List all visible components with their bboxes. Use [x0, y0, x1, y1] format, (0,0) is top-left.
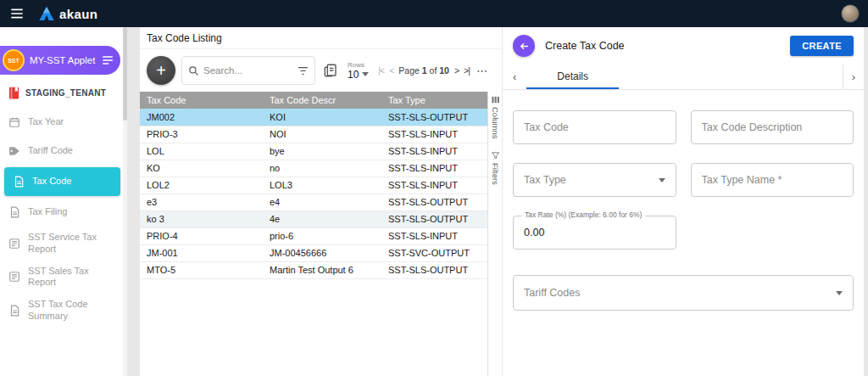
sidebar-item-tax-year[interactable]: Tax Year	[0, 108, 127, 137]
create-button[interactable]: CREATE	[790, 36, 854, 56]
tax-rate-label: Tax Rate (%) (Example: 6.00 for 6%)	[521, 210, 645, 219]
table-cell: SST-SLS-OUTPUT	[381, 194, 487, 210]
column-header-tax-type[interactable]: Tax Type	[381, 92, 487, 109]
table-row[interactable]: JM002KOISST-SLS-OUTPUT	[140, 109, 487, 126]
document-icon	[8, 206, 20, 218]
table-cell: SST-SLS-INPUT	[381, 143, 487, 160]
akaun-logo[interactable]: akaun	[39, 7, 97, 21]
tax-rate-field-wrap: Tax Rate (%) (Example: 6.00 for 6%)	[513, 216, 676, 250]
top-bar: akaun	[0, 0, 868, 27]
tabs-scroll-right-icon[interactable]: ›	[843, 65, 864, 89]
document-icon	[8, 305, 20, 317]
last-page-button[interactable]: >|	[464, 65, 470, 76]
tenant-book-icon	[8, 87, 19, 99]
table-cell: SST-SLS-OUTPUT	[381, 210, 487, 227]
search-box[interactable]	[181, 56, 315, 85]
table-row[interactable]: e3e4SST-SLS-OUTPUT	[140, 194, 487, 210]
table-cell: JM002	[140, 109, 263, 126]
table-header-row: Tax Code Tax Code Descr Tax Type	[140, 92, 487, 109]
sidebar-item-sst-sales-tax-report[interactable]: SST Sales Tax Report	[0, 261, 127, 295]
document-icon	[13, 176, 25, 188]
sidebar-item-label: SST Sales Tax Report	[28, 266, 119, 289]
duplicate-pages-icon[interactable]	[321, 61, 340, 80]
columns-tab[interactable]: Columns	[491, 95, 500, 139]
column-header-tax-code[interactable]: Tax Code	[140, 92, 263, 109]
table-cell: Martin Test Output 6	[263, 261, 381, 278]
tax-code-input[interactable]	[524, 121, 665, 133]
tab-details[interactable]: Details	[526, 65, 619, 89]
tenant-label: STAGING_TENANT	[25, 88, 106, 98]
table-cell: KOI	[263, 109, 381, 126]
tax-code-description-field-wrap	[691, 110, 854, 144]
sidebar-item-tariff-code[interactable]: Tariff Code	[0, 137, 127, 166]
panel-gap	[127, 27, 140, 376]
table-cell: SST-SLS-OUTPUT	[381, 109, 487, 126]
akaun-logo-icon	[39, 7, 54, 20]
hamburger-menu-icon[interactable]	[8, 5, 25, 22]
tax-rate-input[interactable]	[524, 227, 665, 239]
table-cell: SST-SLS-INPUT	[381, 126, 487, 143]
table-cell: ko 3	[140, 210, 263, 227]
listing-toolbar: + Rows 10 |< < Page	[140, 49, 502, 92]
create-tax-code-form: Tax Type Tax Rate (%) (Example: 6.00 for…	[503, 90, 864, 311]
pagination: |< < Page 1 of 10 > >| ⋯	[378, 65, 488, 77]
table-cell: NOI	[263, 126, 381, 143]
applet-button[interactable]: SST MY-SST Applet	[0, 46, 120, 75]
next-page-button[interactable]: >	[454, 65, 459, 76]
sidebar-item-tax-filing[interactable]: Tax Filing	[0, 198, 127, 227]
search-input[interactable]	[203, 65, 293, 76]
sst-badge-icon: SST	[3, 49, 25, 71]
rows-label: Rows	[348, 61, 369, 69]
back-button[interactable]	[513, 35, 535, 57]
table-row[interactable]: LOLbyeSST-SLS-INPUT	[140, 143, 487, 160]
table-row[interactable]: LOL2LOL3SST-SLS-INPUT	[140, 177, 487, 194]
tax-type-placeholder: Tax Type	[524, 174, 566, 186]
rows-per-page-select[interactable]: Rows 10	[348, 61, 369, 81]
filters-tab[interactable]: Filters	[491, 151, 500, 185]
detail-header: Create Tax Code CREATE	[503, 27, 864, 65]
sidebar-item-sst-service-tax-report[interactable]: SST Service Tax Report	[0, 227, 127, 261]
prev-page-button[interactable]: <	[389, 65, 393, 76]
tabs-scroll-left-icon[interactable]: ‹	[503, 65, 526, 89]
table-row[interactable]: MTO-5Martin Test Output 6SST-SLS-OUTPUT	[140, 261, 487, 278]
more-options-icon[interactable]: ⋯	[476, 65, 488, 77]
table-body: JM002KOISST-SLS-OUTPUTPRIO-3NOISST-SLS-I…	[140, 109, 487, 278]
table-side-strip: Columns Filters	[487, 92, 502, 376]
table-row[interactable]: JM-001JM-00456666SST-SVC-OUTPUT	[140, 244, 487, 261]
applet-menu-icon[interactable]	[102, 55, 114, 65]
table-row[interactable]: KOnoSST-SLS-INPUT	[140, 160, 487, 177]
tax-code-description-input[interactable]	[702, 121, 843, 133]
tenant-selector[interactable]: STAGING_TENANT	[0, 75, 127, 108]
columns-tab-label: Columns	[491, 107, 500, 139]
user-avatar[interactable]	[841, 4, 860, 23]
tax-code-field-wrap	[513, 110, 676, 144]
sidebar-scrollbar[interactable]	[123, 27, 127, 376]
table-wrap: Tax Code Tax Code Descr Tax Type JM002KO…	[140, 92, 502, 376]
listing-panel: Tax Code Listing + Rows 10 |< <	[140, 27, 502, 376]
column-header-tax-code-descr[interactable]: Tax Code Descr	[263, 92, 381, 109]
filter-icon[interactable]	[298, 66, 309, 76]
tax-type-select[interactable]: Tax Type	[513, 163, 676, 197]
columns-icon	[491, 95, 500, 104]
add-record-button[interactable]: +	[147, 56, 175, 85]
tax-type-name-input[interactable]	[702, 174, 843, 186]
sidebar-item-label: Tax Filing	[28, 206, 67, 218]
tag-icon	[8, 145, 20, 157]
table-row[interactable]: ko 34eSST-SLS-OUTPUT	[140, 210, 487, 227]
logo-text: akaun	[59, 7, 97, 21]
listing-title: Tax Code Listing	[140, 27, 502, 49]
first-page-button[interactable]: |<	[378, 65, 384, 76]
table-cell: JM-00456666	[263, 244, 381, 261]
detail-panel: Create Tax Code CREATE ‹ Details › Tax T…	[503, 27, 864, 376]
sidebar-item-sst-tax-code-summary[interactable]: SST Tax Code Summary	[0, 294, 127, 328]
applet-label: MY-SST Applet	[30, 55, 95, 65]
rows-value: 10	[348, 69, 359, 81]
sidebar-item-label: Tariff Code	[28, 145, 73, 157]
tariff-codes-select[interactable]: Tariff Codes	[513, 275, 854, 311]
table-cell: KO	[140, 160, 263, 177]
table-row[interactable]: PRIO-4prio-6SST-SLS-INPUT	[140, 227, 487, 244]
chevron-down-icon	[659, 178, 665, 182]
table-row[interactable]: PRIO-3NOISST-SLS-INPUT	[140, 126, 487, 143]
sidebar-item-tax-code[interactable]: Tax Code	[4, 167, 120, 196]
table-cell: 4e	[263, 210, 381, 227]
